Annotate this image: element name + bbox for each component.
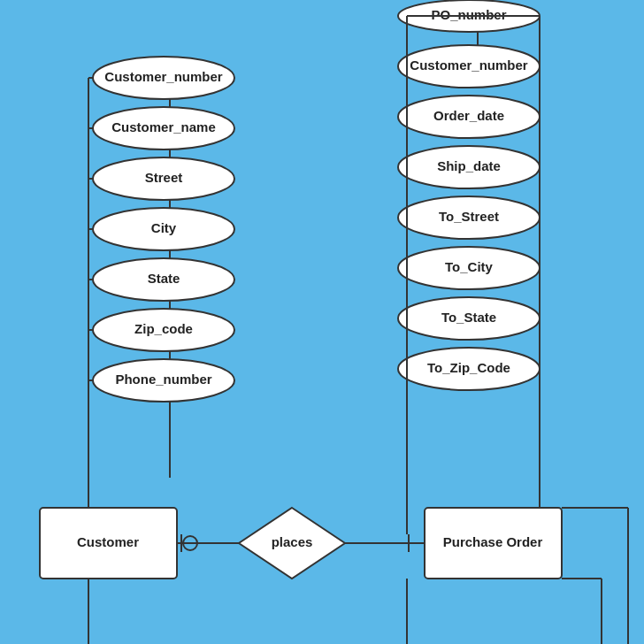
phone-attr: Phone_number — [115, 372, 211, 387]
po-number-attr: PO_number — [431, 7, 506, 22]
city-attr: City — [151, 220, 177, 235]
street-attr: Street — [145, 170, 183, 185]
to-state-attr: To_State — [441, 310, 496, 325]
order-date-attr: Order_date — [433, 108, 504, 123]
ord-cust-num-attr: Customer_number — [410, 58, 528, 73]
customer-name-attr: Customer_name — [111, 119, 216, 134]
to-street-attr: To_Street — [439, 209, 499, 224]
customer-number-attr: Customer_number — [104, 69, 223, 84]
ship-date-attr: Ship_date — [437, 158, 501, 173]
zip-attr: Zip_code — [134, 321, 193, 336]
purchase-order-entity: Purchase Order — [443, 534, 543, 549]
relationship-label: places — [272, 534, 313, 549]
to-zip-attr: To_Zip_Code — [427, 360, 510, 375]
state-attr: State — [148, 271, 180, 286]
to-city-attr: To_City — [445, 259, 494, 274]
customer-entity: Customer — [77, 534, 139, 549]
